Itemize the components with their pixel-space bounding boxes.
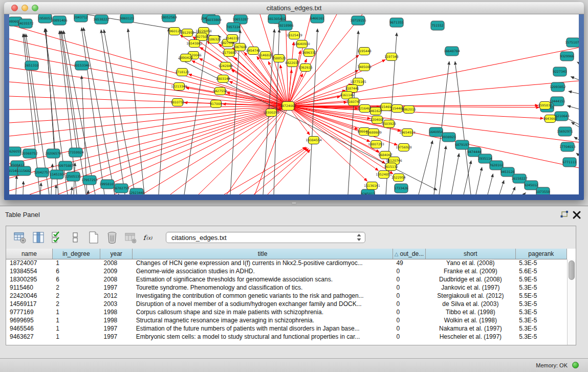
table-cell[interactable]: 0 [393, 292, 425, 300]
table-cell[interactable]: 5.5E-5 [515, 292, 567, 300]
table-cell[interactable]: 6 [52, 267, 100, 275]
table-cell[interactable]: Jankovic et al. (1997) [426, 283, 516, 292]
table-row[interactable]: 1872400712008Changes of HCN gene express… [6, 259, 567, 267]
graph-node[interactable]: 8822037 [285, 59, 299, 67]
table-cell[interactable]: Estimation of significance thresholds fo… [133, 275, 393, 283]
network-graph-canvas[interactable]: 9806093140355721958053208914062043712165… [9, 14, 579, 194]
graph-node[interactable]: 1595832 [538, 102, 552, 110]
table-cell[interactable]: Dudbridge et al. (2008) [426, 275, 516, 283]
table-cell[interactable]: 5.3E-5 [515, 259, 567, 267]
graph-node[interactable]: 751552 [431, 21, 444, 30]
graph-node[interactable]: 2651310 [25, 61, 39, 70]
graph-node[interactable]: 1115682 [17, 166, 31, 176]
graph-node[interactable]: 9329966 [560, 52, 574, 61]
graph-node[interactable]: 12505135 [65, 172, 81, 181]
graph-node[interactable]: 16648784 [444, 47, 460, 56]
table-cell[interactable]: Genome-wide association studies in ADHD. [133, 267, 393, 275]
graph-node[interactable]: 19384554 [306, 137, 322, 144]
node-table[interactable]: namein_degreeyeartitle△out_de...shortpag… [6, 249, 567, 341]
graph-node[interactable]: 18052569 [161, 14, 177, 22]
table-cell[interactable]: Investigating the contribution of common… [133, 292, 393, 300]
table-cell[interactable]: 9115460 [6, 283, 52, 292]
table-cell[interactable]: Yano et al. (2008) [426, 259, 516, 267]
table-cell[interactable]: 0 [393, 324, 425, 333]
graph-node[interactable]: 9245013 [361, 189, 375, 194]
graph-node[interactable]: 15136141 [364, 182, 380, 190]
table-row[interactable]: 946362711997Embryonic stem cells: a mode… [6, 333, 567, 341]
graph-node[interactable]: 1640954 [429, 127, 443, 137]
graph-node[interactable]: 20153346 [74, 61, 90, 70]
graph-node[interactable]: 9453128 [500, 167, 515, 177]
table-cell[interactable]: 5.3E-5 [515, 316, 567, 324]
table-row[interactable]: 911546021997Tourette syndrome. Phenomeno… [6, 283, 567, 292]
graph-node[interactable]: 1862015 [402, 106, 416, 114]
graph-node[interactable]: 16538222 [93, 15, 110, 24]
column-header-name[interactable]: name [6, 249, 52, 259]
table-cell[interactable]: Nakamura et al. (1997) [426, 324, 516, 333]
float-panel-icon[interactable] [559, 210, 570, 220]
graph-node[interactable]: 1073559 [536, 187, 550, 194]
graph-node[interactable]: 15751074 [565, 38, 579, 47]
table-scrollbar-thumb[interactable] [569, 260, 575, 280]
memory-indicator-icon[interactable] [572, 362, 579, 368]
graph-node[interactable]: 19218986 [277, 21, 294, 30]
graph-node[interactable]: 14035572 [17, 19, 34, 28]
graph-node[interactable]: 17957253 [81, 176, 98, 185]
table-cell[interactable]: 5.6E-5 [515, 267, 567, 275]
table-cell[interactable]: 0 [393, 267, 425, 275]
graph-node[interactable]: 9890429 [179, 54, 193, 62]
table-cell[interactable]: 1 [52, 324, 100, 333]
graph-node[interactable]: 9242848 [219, 62, 233, 70]
graph-node[interactable]: 16782759 [113, 184, 129, 193]
table-cell[interactable]: 0 [393, 316, 425, 324]
graph-node[interactable]: 1588520 [272, 55, 286, 62]
graph-node[interactable]: 9245012 [524, 181, 538, 190]
table-row[interactable]: 2242004622012Investigating the contribut… [6, 292, 567, 300]
graph-node[interactable]: 9146821 [258, 52, 273, 59]
table-cell[interactable]: de Silva et al. (2003) [426, 300, 516, 308]
table-cell[interactable]: Embryonic stem cells: a model to study s… [133, 333, 393, 341]
table-cell[interactable]: 2 [52, 283, 100, 292]
graph-node[interactable]: 1160747 [346, 98, 361, 106]
graph-node[interactable]: 8186328 [207, 36, 221, 43]
graph-node[interactable]: 2718120 [175, 69, 189, 76]
table-row[interactable]: 969969511998Structural magnetic resonanc… [6, 316, 567, 324]
table-cell[interactable]: Tibbo et al. (1998) [426, 308, 516, 316]
column-header-year[interactable]: year [100, 249, 133, 259]
table-cell[interactable]: Changes of HCN gene expression and I(f) … [133, 259, 393, 267]
table-cell[interactable]: 9465546 [6, 324, 52, 333]
delete-table-icon[interactable] [105, 231, 119, 244]
graph-node[interactable]: 12042757 [34, 168, 50, 177]
graph-node[interactable]: 19756928 [396, 144, 412, 151]
graph-node[interactable]: 9860123 [120, 14, 134, 23]
table-cell[interactable]: Corpus callosum shape and size in male p… [133, 308, 393, 316]
graph-node[interactable]: 7857224 [226, 23, 241, 32]
table-cell[interactable]: 1 [52, 316, 100, 324]
graph-node[interactable]: 6879197 [455, 140, 469, 149]
table-cell[interactable]: 2 [52, 300, 100, 308]
table-cell[interactable]: 18300295 [6, 275, 52, 283]
table-cell[interactable]: 1 [52, 308, 100, 316]
graph-node[interactable]: 1810755 [170, 99, 185, 106]
graph-node[interactable]: 1145193 [50, 170, 64, 179]
graph-node[interactable]: 2043712 [74, 14, 88, 22]
table-cell[interactable]: 9777169 [6, 308, 52, 316]
table-cell[interactable]: 1 [52, 259, 100, 267]
graph-node[interactable]: 1197343 [384, 53, 399, 61]
table-cell[interactable]: Hescheler et al. (1997) [426, 333, 516, 341]
graph-node[interactable]: 20891406 [51, 16, 68, 25]
graph-node[interactable]: 2626055 [9, 147, 21, 156]
table-scrollbar[interactable] [567, 259, 576, 345]
graph-node[interactable]: 1195443 [357, 48, 372, 55]
graph-node[interactable]: 20368752 [21, 149, 38, 158]
table-cell[interactable]: 0 [393, 275, 425, 283]
column-header-short[interactable]: short [426, 249, 516, 259]
select-column-icon[interactable] [32, 231, 45, 244]
graph-node[interactable]: 18325419 [286, 32, 302, 39]
table-cell[interactable]: 19384554 [6, 267, 52, 275]
graph-node[interactable]: 7485083 [357, 63, 372, 71]
table-cell[interactable]: 1997 [100, 333, 133, 341]
table-row[interactable]: 1938455462009Genome-wide association stu… [6, 267, 567, 275]
table-cell[interactable]: 2009 [100, 267, 133, 275]
table-cell[interactable]: 1997 [100, 324, 133, 333]
